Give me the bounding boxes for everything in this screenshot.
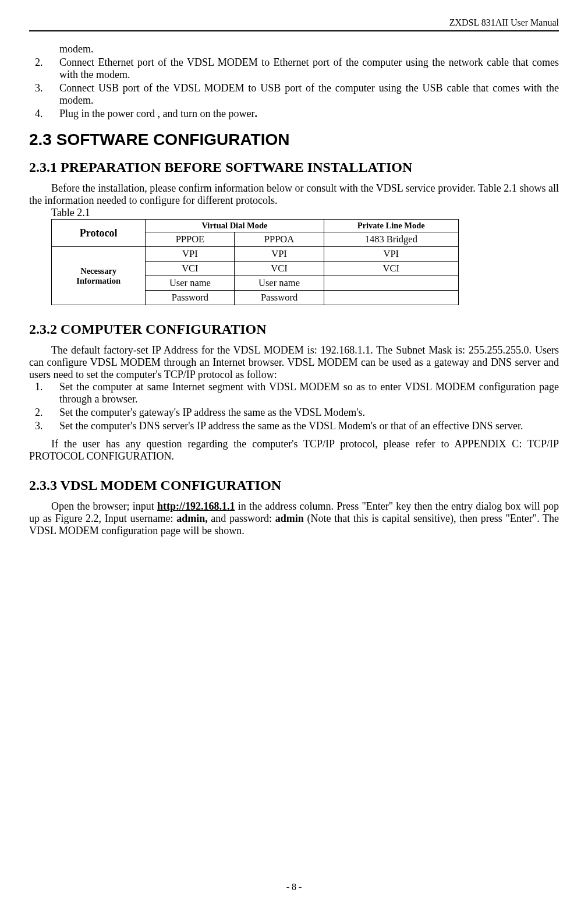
page-container: ZXDSL 831AII User Manual modem. 2. Conne… (0, 0, 588, 904)
list-text: Set the computer at same Internet segmen… (59, 381, 559, 405)
list-number: 3. (35, 420, 51, 432)
admin-username: admin, (176, 513, 208, 524)
list-number: 3. (35, 82, 51, 94)
table-header-private-line: Private Line Mode (324, 220, 458, 232)
section-2-3-2-para2: If the user has any question regarding t… (29, 438, 559, 462)
table-row: Protocol Virtual Dial Mode Private Line … (52, 220, 459, 232)
necessary-label-line1: Necessary (80, 266, 116, 276)
table-header-necessary-info: Necessary Information (52, 247, 146, 305)
table-caption: Table 2.1 (51, 207, 559, 219)
list-text: Connect USB port of the VDSL MODEM to US… (59, 82, 559, 107)
list-item: 3. Set the computer's DNS server's IP ad… (29, 420, 559, 432)
list-text: Connect Ethernet port of the VDSL MODEM … (59, 57, 559, 81)
list-text-bold-suffix: . (254, 108, 257, 119)
t3: and password: (208, 513, 275, 524)
list-number: 2. (35, 57, 51, 69)
subsection-heading-2-3-1: 2.3.1 PREPARATION BEFORE SOFTWARE INSTAL… (29, 160, 559, 175)
list-number: 1. (35, 381, 51, 393)
table-cell: PPPOE (146, 232, 235, 247)
table-header-virtual-dial: Virtual Dial Mode (146, 220, 324, 232)
list-text: Plug in the power cord , and turn on the… (59, 108, 559, 120)
modem-url-link: http://192.168.1.1 (157, 500, 235, 512)
body-content: modem. 2. Connect Ethernet port of the V… (29, 43, 559, 537)
list-text-prefix: Plug in the power cord , and turn on the… (59, 108, 254, 119)
computer-config-list: 1. Set the computer at same Internet seg… (29, 381, 559, 432)
section-2-3-2-para1: The default factory-set IP Address for t… (29, 344, 559, 381)
table-header-protocol: Protocol (52, 220, 146, 247)
list-item: 2. Set the computer's gateway's IP addre… (29, 407, 559, 419)
list-item: 4. Plug in the power cord , and turn on … (29, 108, 559, 120)
list-number: 4. (35, 108, 51, 120)
section-2-3-3-para: Open the browser; input http://192.168.1… (29, 500, 559, 537)
list-text: Set the computer's gateway's IP address … (59, 407, 559, 419)
prev-list-continuation: modem. (59, 43, 559, 55)
list-item: 3. Connect USB port of the VDSL MODEM to… (29, 82, 559, 107)
table-cell: VCI (146, 262, 235, 276)
section-heading-2-3: 2.3 SOFTWARE CONFIGURATION (29, 130, 559, 149)
table-row: Necessary Information VPI VPI VPI (52, 247, 459, 262)
necessary-label-line2: Information (76, 276, 121, 285)
section-2-3-1-para: Before the installation, please confirm … (29, 182, 559, 207)
page-header-title: ZXDSL 831AII User Manual (29, 17, 559, 30)
protocol-table: Protocol Virtual Dial Mode Private Line … (51, 219, 459, 305)
table-cell: Password (235, 291, 324, 305)
table-cell: Password (146, 291, 235, 305)
page-footer: - 8 - (29, 882, 559, 892)
subsection-heading-2-3-2: 2.3.2 COMPUTER CONFIGURATION (29, 322, 559, 337)
table-cell: User name (146, 276, 235, 291)
list-item: 1. Set the computer at same Internet seg… (29, 381, 559, 405)
list-number: 2. (35, 407, 51, 419)
hardware-steps-list: 2. Connect Ethernet port of the VDSL MOD… (29, 57, 559, 120)
table-cell: VCI (324, 262, 458, 276)
admin-password: admin (275, 513, 304, 524)
table-cell: VCI (235, 262, 324, 276)
table-cell: PPPOA (235, 232, 324, 247)
table-cell: VPI (324, 247, 458, 262)
subsection-heading-2-3-3: 2.3.3 VDSL MODEM CONFIGURATION (29, 478, 559, 493)
header-divider (29, 30, 559, 31)
table-cell (324, 276, 458, 291)
list-text: Set the computer's DNS server's IP addre… (59, 420, 559, 432)
table-cell: VPI (235, 247, 324, 262)
t1: Open the browser; input (51, 500, 157, 512)
table-cell: User name (235, 276, 324, 291)
table-cell (324, 291, 458, 305)
table-cell: 1483 Bridged (324, 232, 458, 247)
list-item: 2. Connect Ethernet port of the VDSL MOD… (29, 57, 559, 81)
table-cell: VPI (146, 247, 235, 262)
